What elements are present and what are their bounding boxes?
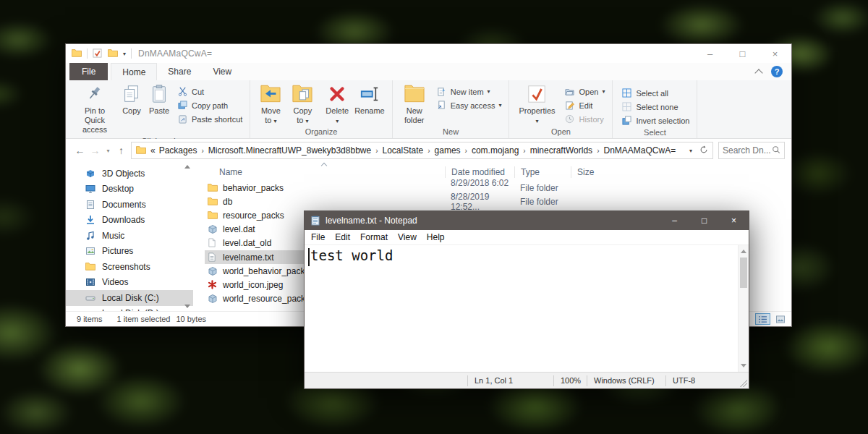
- menu-edit[interactable]: Edit: [330, 232, 355, 242]
- edit-button[interactable]: Edit: [562, 98, 608, 112]
- sidebar-scrollbar[interactable]: [184, 165, 191, 308]
- rename-button[interactable]: Rename: [352, 82, 388, 117]
- copy-to-button[interactable]: Copy to ▾: [286, 82, 318, 127]
- breadcrumb-item[interactable]: games: [434, 145, 461, 156]
- column-header-date-modified[interactable]: Date modified: [445, 166, 514, 178]
- open-button[interactable]: Open ▾: [562, 85, 608, 98]
- sidebar-item-downloads[interactable]: Downloads: [66, 213, 193, 229]
- notepad-scrollbar[interactable]: [738, 245, 749, 372]
- new-item-button[interactable]: New item ▾: [434, 85, 505, 98]
- breadcrumb[interactable]: « Packages › Microsoft.MinecraftUWP_8wek…: [131, 142, 713, 159]
- scroll-up-icon[interactable]: [184, 165, 190, 169]
- minimize-button[interactable]: –: [694, 44, 726, 63]
- scroll-up-icon[interactable]: [741, 250, 746, 253]
- move-to-button[interactable]: Move to ▾: [255, 82, 286, 127]
- minimize-button[interactable]: –: [660, 211, 689, 230]
- explorer-titlebar: ▾ DnMAAMaQCwA= – □ ×: [66, 44, 791, 63]
- tab-view[interactable]: View: [202, 63, 242, 80]
- sidebar-item-pictures[interactable]: Pictures: [66, 244, 193, 260]
- text-file-icon: [208, 252, 218, 263]
- properties-button[interactable]: Properties ▾: [514, 82, 560, 127]
- qat-properties-icon[interactable]: [93, 48, 103, 59]
- rename-icon: [359, 84, 380, 106]
- help-icon[interactable]: ?: [771, 66, 783, 77]
- collapse-ribbon-icon[interactable]: [756, 70, 762, 74]
- invert-selection-icon: [622, 116, 632, 126]
- breadcrumb-separator: ›: [523, 147, 525, 155]
- breadcrumb-item[interactable]: Microsoft.MinecraftUWP_8wekyb3d8bbwe: [208, 145, 372, 156]
- paste-icon: [148, 84, 170, 106]
- forward-icon[interactable]: →: [88, 145, 103, 156]
- videos-icon: [85, 277, 95, 287]
- tab-share[interactable]: Share: [157, 63, 202, 80]
- refresh-icon[interactable]: [699, 145, 708, 156]
- breadcrumb-item[interactable]: com.mojang: [471, 145, 519, 156]
- address-folder-icon: [136, 145, 146, 156]
- menu-help[interactable]: Help: [422, 232, 450, 242]
- sidebar-item-music[interactable]: Music: [66, 228, 193, 244]
- sidebar-item-desktop[interactable]: Desktop: [66, 182, 193, 197]
- breadcrumb-item[interactable]: LocalState: [382, 145, 425, 156]
- tab-file[interactable]: File: [69, 63, 108, 80]
- recent-locations-icon[interactable]: ▾: [103, 148, 114, 154]
- qat-separator: [131, 48, 132, 59]
- paste-shortcut-button[interactable]: Paste shortcut: [175, 112, 245, 126]
- maximize-button[interactable]: □: [689, 211, 719, 230]
- sidebar-item-local-disk-d[interactable]: Local Disk (D:): [66, 306, 193, 312]
- file-row[interactable]: db 8/28/2019 12:52... File folder: [205, 195, 791, 208]
- back-icon[interactable]: ←: [72, 145, 88, 156]
- new-folder-button[interactable]: New folder: [397, 82, 432, 127]
- invert-selection-button[interactable]: Invert selection: [619, 114, 692, 127]
- cut-icon: [178, 87, 188, 97]
- pin-to-quick-access-button[interactable]: Pin to Quick access: [72, 82, 118, 136]
- copy-path-button[interactable]: Copy path: [175, 98, 245, 112]
- history-button[interactable]: History: [562, 112, 608, 126]
- maximize-button[interactable]: □: [726, 44, 759, 63]
- qat-new-folder-icon[interactable]: [108, 48, 118, 59]
- sidebar-item-documents[interactable]: Documents: [66, 197, 193, 213]
- search-input[interactable]: [723, 145, 772, 156]
- breadcrumb-item[interactable]: DnMAAMaQCwA=: [603, 145, 676, 156]
- paste-button[interactable]: Paste: [145, 82, 173, 117]
- resize-grip[interactable]: [736, 373, 749, 388]
- search-box[interactable]: [718, 142, 785, 159]
- scrollbar-thumb[interactable]: [740, 258, 747, 288]
- up-icon[interactable]: ↑: [114, 145, 129, 156]
- menu-file[interactable]: File: [306, 232, 330, 242]
- easy-access-icon: [437, 101, 447, 111]
- delete-button[interactable]: Delete▾: [323, 82, 352, 127]
- cut-button[interactable]: Cut: [175, 85, 245, 98]
- tab-home[interactable]: Home: [111, 63, 157, 80]
- address-dropdown-icon[interactable]: ▾: [689, 148, 692, 154]
- qat-customize-icon[interactable]: ▾: [123, 51, 126, 57]
- breadcrumb-separator: ›: [201, 147, 203, 155]
- details-view-button[interactable]: [755, 313, 770, 325]
- scroll-down-icon[interactable]: [184, 305, 190, 308]
- folder-icon: [208, 183, 218, 193]
- copy-button[interactable]: Copy: [118, 82, 145, 117]
- thumbnail-view-button[interactable]: [773, 313, 788, 325]
- scroll-down-icon[interactable]: [741, 364, 746, 367]
- select-none-button[interactable]: Select none: [619, 100, 692, 114]
- blank-file-icon: [208, 238, 218, 248]
- breadcrumb-separator: ›: [427, 147, 430, 155]
- sidebar-item-local-disk-c[interactable]: Local Disk (C:): [66, 290, 193, 306]
- jpeg-file-icon: [208, 280, 218, 290]
- easy-access-button[interactable]: Easy access ▾: [434, 98, 505, 112]
- sidebar-item-videos[interactable]: Videos: [66, 275, 193, 291]
- sidebar-item-screenshots[interactable]: Screenshots: [66, 259, 193, 275]
- breadcrumb-item[interactable]: minecraftWorlds: [529, 145, 593, 156]
- close-button[interactable]: ×: [759, 44, 791, 63]
- menu-view[interactable]: View: [393, 232, 422, 242]
- view-toggles: [755, 313, 788, 325]
- sidebar-item-3d-objects[interactable]: 3D Objects: [66, 166, 193, 182]
- select-all-button[interactable]: Select all: [619, 86, 692, 100]
- notepad-icon: [310, 216, 320, 226]
- column-header-size[interactable]: Size: [571, 166, 617, 178]
- menu-format[interactable]: Format: [355, 232, 393, 242]
- column-header-type[interactable]: Type: [514, 166, 571, 178]
- text-editor-area[interactable]: test world: [305, 245, 738, 372]
- close-button[interactable]: ×: [719, 211, 749, 230]
- breadcrumb-item[interactable]: Packages: [158, 145, 198, 156]
- dat-file-icon: [208, 294, 218, 304]
